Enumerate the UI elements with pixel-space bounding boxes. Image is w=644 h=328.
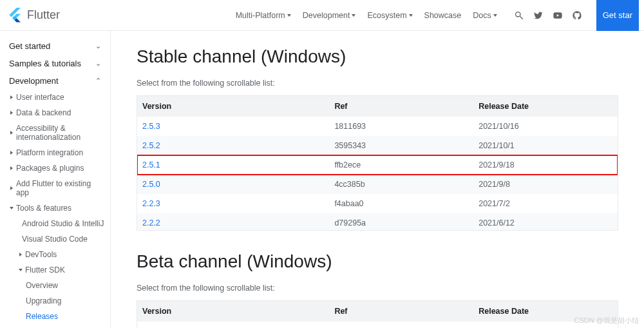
date-cell: 2021/9/8	[473, 175, 618, 194]
date-cell: 2021/6/12	[473, 213, 618, 231]
stable-subtext: Select from the following scrollable lis…	[137, 79, 618, 88]
col-version: Version	[137, 96, 329, 117]
logo[interactable]: Flutter	[9, 8, 60, 23]
chevron-icon	[10, 111, 13, 115]
sidebar-item[interactable]: Breaking changes	[6, 324, 105, 328]
table-row: 2.5.1ffb2ece2021/9/18	[137, 155, 618, 175]
stable-heading: Stable channel (Windows)	[137, 46, 618, 67]
chevron-icon	[19, 253, 22, 256]
sidebar-item[interactable]: Accessibility & internationalization	[6, 121, 105, 145]
sidebar-top-get-started[interactable]: Get started⌄	[0, 37, 110, 55]
version-link[interactable]: 2.5.1	[142, 160, 160, 169]
table-row: 2.5.318116932021/10/16	[137, 117, 618, 136]
ref-cell: ffb2ece	[329, 155, 473, 175]
flutter-logo-icon	[9, 8, 22, 23]
search-icon[interactable]	[514, 10, 524, 21]
nav-development[interactable]: Development	[303, 11, 356, 20]
version-link[interactable]: 2.2.3	[142, 199, 160, 208]
date-cell: 2021/7/2	[473, 194, 618, 213]
sidebar-item[interactable]: Android Studio & IntelliJ	[6, 216, 105, 231]
youtube-icon[interactable]	[553, 10, 563, 21]
chevron-down-icon	[493, 14, 497, 17]
table-row: 2.2.2d79295a2021/6/12	[137, 213, 618, 231]
date-cell: 2021/9/18	[473, 155, 618, 175]
chevron-icon	[10, 131, 13, 135]
ref-cell: 2901cd7	[329, 322, 473, 328]
nav-ecosystem[interactable]: Ecosystem	[367, 11, 412, 20]
version-link[interactable]: 2.5.2	[142, 141, 160, 150]
sidebar-item[interactable]: DevTools	[6, 247, 105, 262]
chevron-down-icon	[409, 14, 413, 17]
sidebar-item[interactable]: Flutter SDK	[6, 262, 105, 278]
main: Get started⌄ Samples & tutorials⌄ Develo…	[0, 31, 644, 328]
version-link[interactable]: 2.5.0	[142, 180, 160, 189]
chevron-icon	[10, 186, 13, 190]
top-nav: Multi-Platform Development Ecosystem Sho…	[236, 11, 497, 20]
sidebar-item[interactable]: Platform integration	[6, 145, 105, 160]
chevron-down-icon	[287, 14, 291, 17]
sidebar-item[interactable]: Add Flutter to existing app	[6, 176, 105, 200]
content[interactable]: Stable channel (Windows) Select from the…	[111, 31, 644, 328]
github-icon[interactable]	[572, 10, 582, 21]
nav-docs[interactable]: Docs	[473, 11, 497, 20]
header-icons	[514, 10, 582, 21]
sidebar-item-label: Tools & features	[16, 204, 71, 213]
sidebar-item-label: Releases	[26, 312, 58, 321]
ref-cell: f4abaa0	[329, 194, 473, 213]
ref-cell: d79295a	[329, 213, 473, 231]
sidebar-item[interactable]: Overview	[6, 278, 105, 293]
nav-showcase[interactable]: Showcase	[424, 11, 462, 20]
sidebar-top-development[interactable]: Development⌃	[0, 72, 110, 90]
chevron-icon	[10, 151, 13, 155]
sidebar-item[interactable]: Data & backend	[6, 105, 105, 121]
watermark: CSDN @我是胡小结	[574, 316, 639, 325]
sidebar-item[interactable]: Visual Studio Code	[6, 231, 105, 247]
chevron-down-icon	[352, 14, 355, 17]
sidebar-top-samples[interactable]: Samples & tutorials⌄	[0, 55, 110, 72]
date-cell: 2021/10/1	[473, 136, 618, 155]
table-row: 2.2.3f4abaa02021/7/2	[137, 194, 618, 213]
table-row: 2.5.04cc385b2021/9/8	[137, 175, 618, 194]
col-ref: Ref	[329, 96, 473, 117]
sidebar-list: User interfaceData & backendAccessibilit…	[0, 90, 110, 328]
chevron-icon	[10, 166, 13, 170]
sidebar-item-label: Accessibility & internationalization	[16, 124, 105, 142]
sidebar[interactable]: Get started⌄ Samples & tutorials⌄ Develo…	[0, 31, 111, 328]
get-started-button[interactable]: Get star	[596, 0, 639, 31]
sidebar-item-label: Packages & plugins	[16, 164, 84, 173]
sidebar-item-label: Platform integration	[16, 148, 83, 157]
beta-table: Version Ref Release Date 2.8.0-3.2.pre29…	[137, 301, 618, 328]
sidebar-item-label: Upgrading	[26, 296, 61, 305]
sidebar-item[interactable]: Packages & plugins	[6, 160, 105, 176]
ref-cell: 1811693	[329, 117, 473, 136]
version-link[interactable]: 2.5.3	[142, 122, 160, 131]
nav-multi-platform[interactable]: Multi-Platform	[236, 11, 291, 20]
sidebar-item-label: Flutter SDK	[25, 265, 65, 275]
stable-table-wrap[interactable]: Version Ref Release Date 2.5.31811693202…	[137, 95, 618, 231]
stable-table: Version Ref Release Date 2.5.31811693202…	[137, 96, 618, 231]
table-row: 2.8.0-3.2.pre2901cd72021/11/19	[137, 322, 618, 328]
twitter-icon[interactable]	[533, 10, 544, 21]
top-bar: Flutter Multi-Platform Development Ecosy…	[0, 0, 644, 31]
sidebar-item[interactable]: Upgrading	[6, 293, 105, 309]
table-row: 2.5.235953432021/10/1	[137, 136, 618, 155]
sidebar-item-label: Data & backend	[16, 108, 71, 117]
col-release-date: Release Date	[473, 96, 618, 117]
chevron-up-icon: ⌃	[95, 77, 101, 85]
sidebar-item[interactable]: User interface	[6, 90, 105, 105]
beta-table-wrap[interactable]: Version Ref Release Date 2.8.0-3.2.pre29…	[137, 300, 618, 328]
sidebar-item-label: Add Flutter to existing app	[16, 179, 105, 197]
chevron-down-icon: ⌄	[95, 42, 101, 50]
sidebar-item[interactable]: Releases	[6, 309, 105, 324]
sidebar-item[interactable]: Tools & features	[6, 200, 105, 216]
chevron-down-icon: ⌄	[95, 59, 101, 68]
sidebar-item-label: Android Studio & IntelliJ	[22, 219, 104, 228]
chevron-icon	[10, 207, 14, 209]
col-ref: Ref	[329, 301, 473, 322]
col-version: Version	[137, 301, 329, 322]
ref-cell: 4cc385b	[329, 175, 473, 194]
chevron-icon	[19, 269, 23, 271]
version-link[interactable]: 2.2.2	[142, 218, 160, 227]
beta-subtext: Select from the following scrollable lis…	[137, 284, 618, 293]
beta-heading: Beta channel (Windows)	[137, 251, 618, 272]
